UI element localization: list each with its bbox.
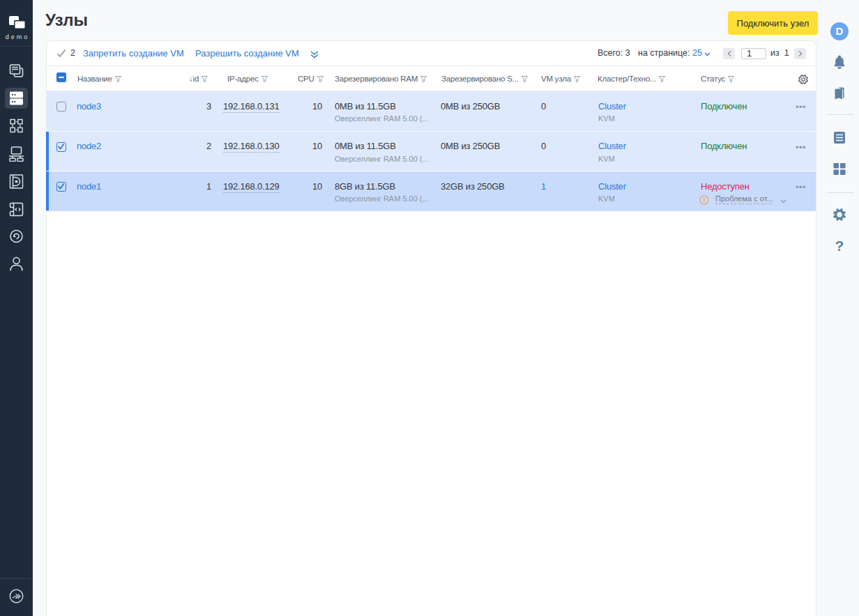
svg-text:!: ! (704, 197, 706, 203)
